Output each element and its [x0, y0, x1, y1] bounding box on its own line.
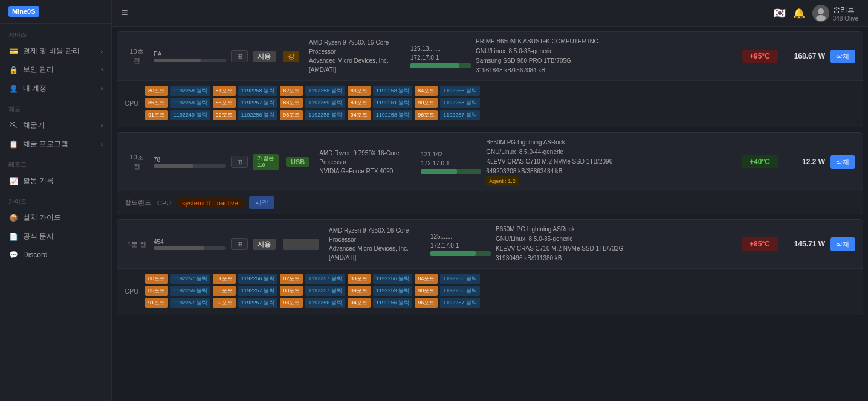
cpu-row-3-2: 91포트 1192257 블릭 92포트 1192257 블릭 93포트 119…	[125, 298, 855, 308]
machine-card-3: 1분 전 454 ⊞ 시용 AMD Ryzen 9 7950X 16-Core …	[117, 219, 863, 315]
chevron-icon: ›	[101, 66, 103, 73]
topbar: ≡ 🇰🇷 🔔 종리브 348 Olive	[112, 0, 868, 27]
sidebar-section-discord: 💬 Discord	[0, 246, 111, 264]
cpu-port: 81포트	[213, 86, 236, 96]
hamburger-icon[interactable]: ≡	[121, 7, 128, 19]
machine-tag-use-3: 시용	[253, 239, 276, 250]
sidebar-item-account[interactable]: 👤 내 계정 ›	[0, 79, 111, 98]
cpu-port: 82포트	[280, 86, 303, 96]
cpu-block: 1192256 블릭	[440, 286, 480, 296]
machine-expand-btn-2[interactable]: ⊞	[231, 156, 248, 168]
sidebar-section-service: 서비스 💳 결제 및 비용 관리 › 🔒 보안 관리 › 👤 내 계정 ›	[0, 24, 111, 98]
machine-sys-3: B650M PG Lightning ASRockGNU/Linux_8.5.0…	[496, 225, 737, 263]
machine-header-3: 1분 전 454 ⊞ 시용 AMD Ryzen 9 7950X 16-Core …	[117, 220, 863, 268]
cpu-port: 92포트	[213, 298, 236, 308]
machine-expand-btn-3[interactable]: ⊞	[231, 238, 248, 250]
cpu-block: 1192256 블릭	[440, 274, 480, 284]
sidebar-item-label: 채굴 프로그램	[23, 139, 68, 149]
machine-name-bar-1: EA	[154, 51, 226, 62]
cpu-block: 1192258 블릭	[305, 110, 345, 120]
sidebar-item-label: 공식 문서	[23, 231, 54, 242]
security-icon: 🔒	[8, 65, 18, 75]
cpu-port: 91포트	[145, 110, 168, 120]
machine-header-1: 10초전 EA ⊞ 시용 강 AMD Ryzen 9 7950X 16-Core…	[117, 32, 863, 80]
cpu-block: 1192258 블릭	[170, 86, 210, 96]
machine-sys-2: B650M PG Lightning ASRockGNU/Linux_8.5.0…	[486, 138, 737, 186]
cpu-row-3-1: CPU 85포트 1192256 블릭 86포트 1192257 블릭 88포트…	[125, 286, 855, 296]
sidebar-item-mining-program[interactable]: 📋 채굴 프로그램 ›	[0, 135, 111, 153]
cpu-row-3-0: 80포트 1192257 블릭 81포트 1192256 블릭 82포트 119…	[125, 274, 855, 284]
machine-ip-3: 125.......172.17.0.1	[430, 232, 491, 256]
cpu-block: 1192261 블릭	[373, 98, 413, 108]
machine-header-2: 10초전 78 ⊞ 개발용1.0 USB AMD Ryzen 9 7950X 1…	[117, 133, 863, 191]
bell-icon[interactable]: 🔔	[793, 7, 805, 19]
machine-card-2: 10초전 78 ⊞ 개발용1.0 USB AMD Ryzen 9 7950X 1…	[117, 132, 863, 214]
machine-ip-2: 121.142172.17.0.1	[421, 150, 481, 174]
start-btn-2[interactable]: 시작	[249, 196, 274, 209]
logo-area: Mine0S	[0, 0, 111, 24]
cpu-block: 1192257 블릭	[238, 98, 278, 108]
delete-btn-3[interactable]: 삭제	[830, 237, 855, 251]
cpu-port: 93포트	[280, 298, 303, 308]
inactive-label-holdland: 할드랜드	[125, 198, 151, 207]
sidebar-item-activity[interactable]: 📈 활동 기록	[0, 172, 111, 190]
machine-temp-3: +85°C	[742, 237, 778, 251]
cpu-block: 1192258 블릭	[373, 86, 413, 96]
cpu-block: 1192256 블릭	[238, 110, 278, 120]
cpu-port: 91포트	[145, 298, 168, 308]
svg-point-1	[816, 15, 826, 21]
agent-badge: Agent : 1.2	[486, 176, 519, 186]
cpu-port: 88포트	[280, 286, 303, 296]
machine-expand-btn-1[interactable]: ⊞	[231, 50, 248, 62]
inactive-section-2: 할드랜드 CPU systemctl : inactive 시작	[117, 191, 863, 214]
machine-name-bar-3: 454	[154, 239, 226, 250]
main-area: ≡ 🇰🇷 🔔 종리브 348 Olive 10초전 EA	[112, 0, 868, 401]
machine-status-tag-1: 강	[283, 51, 299, 62]
chevron-icon: ›	[101, 122, 103, 129]
sidebar-item-discord[interactable]: 💬 Discord	[0, 246, 111, 264]
cpu-port: 90포트	[415, 286, 438, 296]
content-area[interactable]: 10초전 EA ⊞ 시용 강 AMD Ryzen 9 7950X 16-Core…	[112, 27, 868, 401]
cpu-row-1-0: 80포트 1192258 블릭 81포트 1192258 블릭 82포트 119…	[125, 86, 855, 96]
cpu-block: 1192256 블릭	[373, 274, 413, 284]
machine-power-3: 145.71 W	[783, 240, 825, 248]
sidebar-section-report: 레포트 📈 활동 기록	[0, 153, 111, 190]
section-title-guide: 가이드	[0, 190, 111, 208]
cpu-block: 1192257 블릭	[170, 274, 210, 284]
flag-icon[interactable]: 🇰🇷	[774, 7, 786, 19]
machine-temp-2: +40°C	[742, 155, 778, 168]
sidebar-item-label: 결제 및 비용 관리	[23, 46, 80, 56]
section-title-service: 서비스	[0, 24, 111, 42]
sidebar-item-label: 활동 기록	[23, 176, 54, 186]
delete-btn-1[interactable]: 삭제	[830, 50, 855, 63]
cpu-port: 89포트	[348, 286, 371, 296]
sidebar-item-docs[interactable]: 📄 공식 문서	[0, 227, 111, 246]
install-icon: 📦	[8, 213, 18, 223]
sidebar-item-security[interactable]: 🔒 보안 관리 ›	[0, 60, 111, 79]
machine-time-2: 10초전	[125, 153, 149, 172]
topbar-right: 🇰🇷 🔔 종리브 348 Olive	[774, 5, 858, 22]
delete-btn-2[interactable]: 삭제	[830, 155, 855, 169]
cpu-block: 1192256 블릭	[440, 86, 480, 96]
cpu-port: 89포트	[348, 98, 371, 108]
inactive-label-cpu: CPU	[157, 199, 171, 207]
cpu-port: 83포트	[348, 86, 371, 96]
user-details: 종리브 348 Olive	[833, 5, 858, 22]
cpu-block: 1192257 블릭	[305, 286, 345, 296]
sidebar-item-miner[interactable]: ⛏ 채굴기 ›	[0, 116, 111, 135]
sidebar-item-billing[interactable]: 💳 결제 및 비용 관리 ›	[0, 42, 111, 60]
sidebar-section-mining: 채굴 ⛏ 채굴기 › 📋 채굴 프로그램 ›	[0, 98, 111, 153]
cpu-block: 1192258 블릭	[238, 86, 278, 96]
machine-cpu-3: AMD Ryzen 9 7950X 16-Core ProcessorAdvan…	[329, 226, 426, 262]
cpu-block: 1192259 블릭	[373, 286, 413, 296]
miner-icon: ⛏	[8, 121, 18, 130]
cpu-block: 1192257 블릭	[238, 286, 278, 296]
machine-name-bar-2: 78	[154, 156, 226, 168]
svg-point-0	[818, 8, 824, 14]
cpu-block: 1192257 블릭	[170, 298, 210, 308]
cpu-port: 96포트	[415, 110, 438, 120]
cpu-port: 82포트	[280, 274, 303, 284]
cpu-port: 86포트	[213, 286, 236, 296]
cpu-port: 96포트	[415, 298, 438, 308]
sidebar-item-install-guide[interactable]: 📦 설치 가이드	[0, 208, 111, 227]
